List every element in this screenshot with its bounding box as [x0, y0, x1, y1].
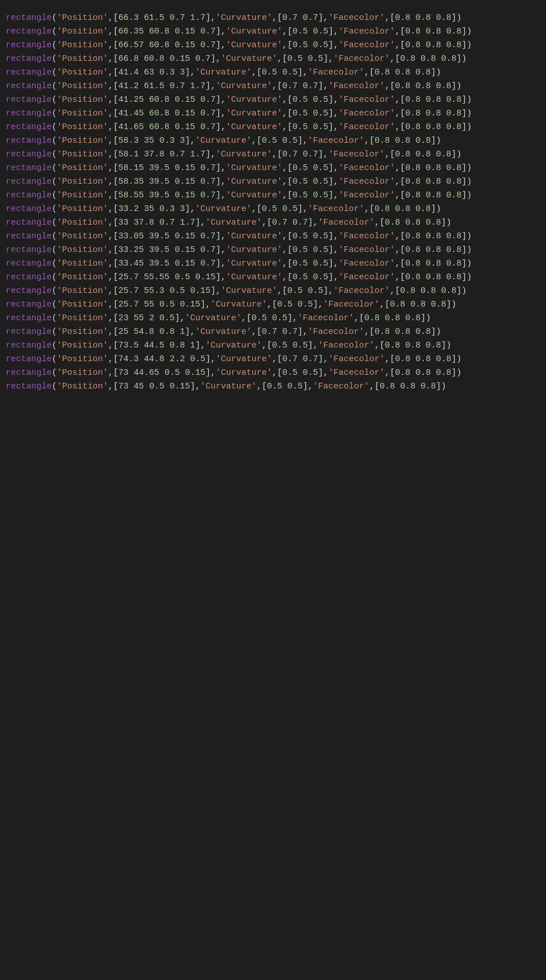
code-line: rectangle('Position',[33.2 35 0.3 3],'Cu… — [6, 202, 540, 216]
code-line: rectangle('Position',[73 44.65 0.5 0.15]… — [6, 366, 540, 380]
code-line: rectangle('Position',[23 55 2 0.5],'Curv… — [6, 312, 540, 325]
code-line: rectangle('Position',[66.3 61.5 0.7 1.7]… — [6, 11, 540, 25]
code-line: rectangle('Position',[25.7 55.55 0.5 0.1… — [6, 271, 540, 284]
code-line: rectangle('Position',[33.45 39.5 0.15 0.… — [6, 257, 540, 271]
code-line: rectangle('Position',[66.8 60.8 0.15 0.7… — [6, 52, 540, 66]
code-line: rectangle('Position',[58.55 39.5 0.15 0.… — [6, 189, 540, 202]
code-line: rectangle('Position',[74.3 44.8 2.2 0.5]… — [6, 353, 540, 366]
code-line: rectangle('Position',[41.45 60.8 0.15 0.… — [6, 107, 540, 121]
code-line: rectangle('Position',[73.5 44.5 0.8 1],'… — [6, 339, 540, 353]
code-line: rectangle('Position',[33.25 39.5 0.15 0.… — [6, 243, 540, 257]
code-line: rectangle('Position',[33 37.8 0.7 1.7],'… — [6, 216, 540, 230]
code-line: rectangle('Position',[25 54.8 0.8 1],'Cu… — [6, 325, 540, 339]
code-line: rectangle('Position',[25.7 55 0.5 0.15],… — [6, 298, 540, 312]
code-line: rectangle('Position',[58.35 39.5 0.15 0.… — [6, 175, 540, 189]
code-line: rectangle('Position',[58.1 37.8 0.7 1.7]… — [6, 148, 540, 162]
code-line: rectangle('Position',[73 45 0.5 0.15],'C… — [6, 380, 540, 394]
code-line: rectangle('Position',[25.7 55.3 0.5 0.15… — [6, 284, 540, 298]
code-line: rectangle('Position',[41.2 61.5 0.7 1.7]… — [6, 80, 540, 93]
code-line: rectangle('Position',[58.3 35 0.3 3],'Cu… — [6, 134, 540, 148]
code-line: rectangle('Position',[66.35 60.8 0.15 0.… — [6, 25, 540, 39]
code-line: rectangle('Position',[41.25 60.8 0.15 0.… — [6, 93, 540, 107]
code-line: rectangle('Position',[33.05 39.5 0.15 0.… — [6, 230, 540, 243]
code-line: rectangle('Position',[41.65 60.8 0.15 0.… — [6, 121, 540, 134]
code-line: rectangle('Position',[58.15 39.5 0.15 0.… — [6, 162, 540, 175]
code-line: rectangle('Position',[66.57 60.8 0.15 0.… — [6, 39, 540, 52]
code-editor: rectangle('Position',[66.3 61.5 0.7 1.7]… — [6, 11, 540, 394]
code-line: rectangle('Position',[41.4 63 0.3 3],'Cu… — [6, 66, 540, 80]
